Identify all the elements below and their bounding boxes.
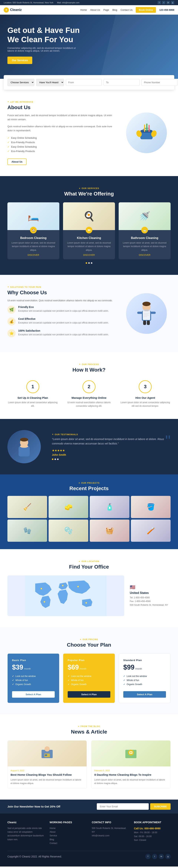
footer-facebook-icon[interactable]: f bbox=[145, 854, 151, 859]
about-btn[interactable]: About Us bbox=[7, 158, 27, 165]
office-detail: Tel: 1-800-456-4566 Fax: 1-800-456-4566 … bbox=[130, 596, 171, 607]
why-title: Why Choose Us bbox=[7, 290, 119, 296]
service-select[interactable]: Choose Services bbox=[7, 79, 34, 86]
footer-appointment-hours: Mon - Fri: 09:00 - 18:00 Sat: 09:00 - 16… bbox=[134, 831, 171, 842]
svg-rect-20 bbox=[144, 316, 147, 317]
office-label: OUR LOCATION bbox=[7, 560, 171, 562]
svg-rect-42 bbox=[45, 754, 47, 756]
dot-1[interactable] bbox=[86, 262, 87, 264]
hero-cta-button[interactable]: Our Services bbox=[7, 57, 32, 64]
footer-contact-email: info@cleaniz.com bbox=[92, 834, 128, 837]
testimonial-content: OUR TESTIMONIALS " "Lorem ipsum dolor si… bbox=[52, 433, 171, 460]
projects-grid: 🧹 🧽 🧴 🪣 🧤 🫧 🧺 🪥 bbox=[7, 496, 171, 542]
nav-blog[interactable]: Blog bbox=[112, 8, 117, 11]
facebook-icon[interactable]: f bbox=[158, 1, 161, 4]
nav-home[interactable]: Home bbox=[80, 8, 87, 11]
why-cost-text: Excepteur sint occaecat cupidatat non pr… bbox=[18, 321, 109, 324]
project-item-1[interactable]: 🧹 bbox=[7, 496, 47, 518]
blog-1-title[interactable]: Best Home Cleaning Blogs You Should Foll… bbox=[10, 773, 84, 777]
blog-section: FROM THE BLOG News & Article August 9, 2… bbox=[0, 714, 178, 799]
heard-select[interactable]: Have You'll Heard bbox=[36, 79, 64, 86]
blog-1-image bbox=[8, 741, 86, 767]
footer-link-about[interactable]: About bbox=[50, 830, 86, 834]
dot-3[interactable] bbox=[91, 262, 92, 264]
twitter-icon[interactable]: t bbox=[162, 1, 166, 4]
linkedin-icon[interactable]: in bbox=[167, 1, 170, 4]
dot-2[interactable] bbox=[88, 262, 90, 264]
nav-about[interactable]: About Us bbox=[90, 8, 100, 11]
project-item-8[interactable]: 🪥 bbox=[131, 520, 171, 542]
how-section: OUR PROCESS How It Work? 1 Set Up A Clea… bbox=[0, 352, 178, 419]
standard-feature-2: Whole of fun bbox=[123, 678, 166, 682]
office-section: OUR LOCATION Find Your Office bbox=[0, 549, 178, 627]
why-illustration bbox=[133, 301, 159, 327]
nav-page[interactable]: Page bbox=[103, 8, 109, 11]
phone-input[interactable] bbox=[142, 79, 177, 86]
testimonial-dot-1[interactable] bbox=[52, 459, 53, 460]
email-text: Mail: info@example.com bbox=[57, 1, 80, 4]
service-card-kitchen: 🍳 🍽 Kitchen Cleaning Lorem ipsum dolor s… bbox=[63, 202, 115, 259]
from-input[interactable] bbox=[66, 79, 102, 86]
why-image-circle bbox=[126, 293, 167, 334]
why-section: SOLUTIONS TO YOUR PAIN Why Choose Us Ut … bbox=[0, 275, 178, 352]
to-input[interactable] bbox=[104, 79, 139, 86]
newsletter-email-input[interactable] bbox=[97, 803, 149, 810]
footer-link-home[interactable]: Home bbox=[50, 826, 86, 830]
project-item-6[interactable]: 🫧 bbox=[49, 520, 88, 542]
testimonial-dot-3[interactable] bbox=[57, 459, 58, 460]
why-item-cost: 💰 Cost Effective Excepteur sint occaecat… bbox=[7, 317, 119, 326]
services-title: What We're Offering bbox=[7, 191, 171, 197]
about-content: LET ME INTRODUCE About Us Fusce sed ante… bbox=[7, 101, 119, 165]
check-icon-3: ✓ bbox=[7, 145, 10, 148]
footer-link-contact[interactable]: Contact bbox=[50, 841, 86, 845]
project-item-2[interactable]: 🧽 bbox=[49, 496, 88, 518]
bathroom-link[interactable]: DISCOVER bbox=[139, 254, 151, 256]
footer-linkedin-icon[interactable]: in bbox=[159, 854, 164, 859]
footer-twitter-icon[interactable]: t bbox=[152, 854, 157, 859]
testimonial-dot-2[interactable] bbox=[54, 459, 56, 460]
kitchen-text: Lorem ipsum dolor sit amet, sed do eiusm… bbox=[66, 241, 112, 252]
blog-2-image bbox=[92, 741, 170, 767]
kitchen-link[interactable]: DISCOVER bbox=[83, 254, 95, 256]
bedroom-body: Bedroom Cleaning Lorem ipsum dolor sit a… bbox=[7, 234, 59, 259]
basic-select-button[interactable]: Select A Plan bbox=[12, 691, 55, 698]
popular-plan-name: Popular Plan bbox=[68, 659, 110, 661]
popular-price-wrap: $69 /month bbox=[68, 663, 110, 671]
footer-links-list: Home About Service Blog Contact bbox=[50, 826, 86, 845]
project-item-7[interactable]: 🧺 bbox=[90, 520, 129, 542]
footer-link-service[interactable]: Service bbox=[50, 834, 86, 837]
project-item-4[interactable]: 🪣 bbox=[131, 496, 171, 518]
standard-select-button[interactable]: Select A Plan bbox=[123, 691, 166, 698]
basic-period: /month bbox=[24, 668, 31, 670]
nav-phone: 123-456-6868 bbox=[159, 8, 174, 11]
project-item-3[interactable]: 🧴 bbox=[90, 496, 129, 518]
blog-2-title[interactable]: 8 Dazzling Home Cleaning Blogs To Inspir… bbox=[94, 773, 168, 777]
svg-rect-6 bbox=[144, 124, 145, 132]
blog-1-date: August 9, 2022 bbox=[10, 769, 84, 772]
testimonial-quote: "Lorem ipsum dolor sit amet, sed do eius… bbox=[52, 437, 171, 446]
book-online-button[interactable]: Book Online bbox=[136, 7, 156, 13]
quote-mark: " bbox=[166, 437, 171, 444]
svg-point-32 bbox=[62, 585, 63, 586]
footer-contact-col: CONTACT INFO 500 South Roberts St, Homes… bbox=[92, 821, 128, 845]
about-section: LET ME INTRODUCE About Us Fusce sed ante… bbox=[0, 90, 178, 176]
newsletter-submit-button[interactable]: SUBCRIBE bbox=[150, 803, 171, 810]
svg-point-27 bbox=[20, 438, 28, 441]
pricing-title: Choose Your Plan bbox=[7, 642, 171, 648]
about-features-list: ✓Easy Online Scheduling ✓Eco-Friendly Pr… bbox=[7, 135, 119, 153]
testimonial-name: John Smith bbox=[52, 453, 171, 456]
svg-point-36 bbox=[86, 602, 86, 603]
eco-icon: 🌿 bbox=[7, 306, 16, 314]
project-item-5[interactable]: 🧤 bbox=[7, 520, 47, 542]
google-icon[interactable]: g bbox=[171, 1, 174, 4]
popular-period: /month bbox=[80, 668, 86, 670]
office-phone: Tel: 1-800-456-4566 bbox=[130, 596, 171, 599]
nav-contact[interactable]: Contact Us bbox=[121, 8, 132, 11]
popular-select-button[interactable]: Select A Plan bbox=[68, 691, 110, 698]
footer-link-blog[interactable]: Blog bbox=[50, 838, 86, 841]
footer-google-icon[interactable]: g bbox=[166, 854, 171, 859]
basic-price: $39 bbox=[12, 663, 23, 671]
about-text2: Quis nostrud exercitation ullamco labori… bbox=[7, 124, 115, 133]
bedroom-link[interactable]: DISCOVER bbox=[28, 254, 39, 256]
hero-subtitle: Consectetur adipiscing elit, sed do eius… bbox=[7, 46, 82, 52]
